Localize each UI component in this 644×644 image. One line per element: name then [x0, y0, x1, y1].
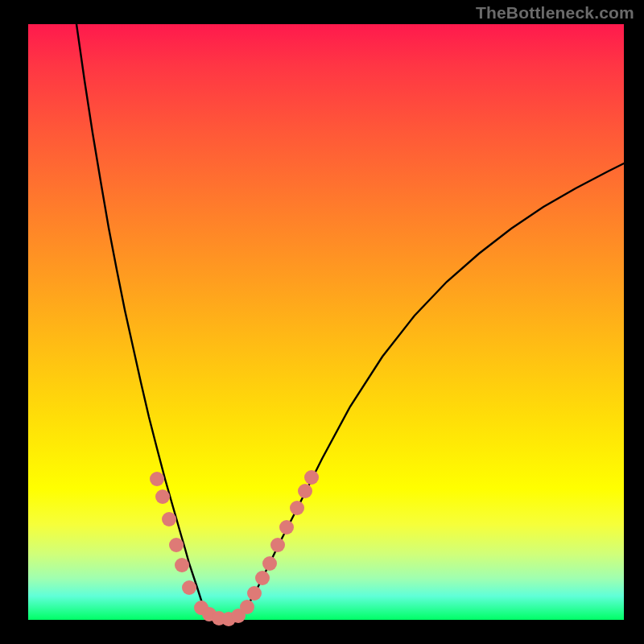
marker-dot: [304, 470, 319, 485]
marker-dot: [298, 484, 312, 498]
marker-dot: [279, 520, 294, 535]
marker-dot: [150, 472, 164, 486]
marker-dot: [169, 538, 184, 552]
marker-dot: [262, 556, 277, 571]
marker-dot: [175, 558, 189, 572]
plot-area: [28, 24, 624, 620]
marker-dot: [247, 586, 262, 601]
marker-dot: [155, 489, 170, 504]
chart-frame: TheBottleneck.com: [0, 0, 644, 644]
bottleneck-curve: [76, 24, 624, 619]
marker-dot: [182, 580, 196, 595]
chart-svg: [28, 24, 624, 620]
attribution-label: TheBottleneck.com: [476, 3, 634, 23]
marker-dot: [255, 571, 270, 585]
marker-dot: [290, 501, 304, 515]
marker-dot: [240, 600, 254, 614]
marker-dot: [270, 538, 285, 552]
marker-dot: [162, 512, 176, 526]
dots-group: [150, 470, 319, 626]
